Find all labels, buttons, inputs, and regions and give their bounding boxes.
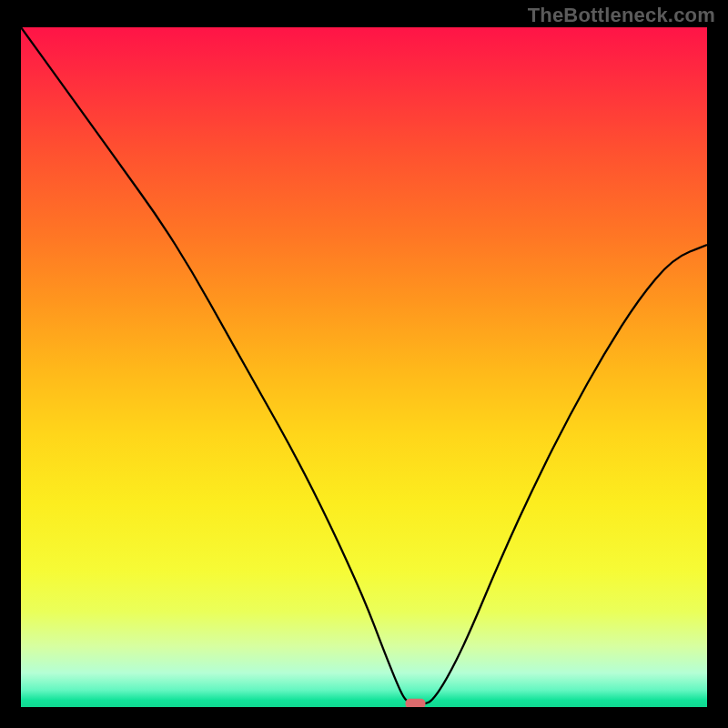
curve-overlay <box>21 27 707 707</box>
plot-area <box>21 27 707 707</box>
chart-frame: TheBottleneck.com <box>0 0 728 728</box>
bottleneck-curve <box>21 27 707 703</box>
optimal-marker <box>406 699 426 707</box>
watermark-text: TheBottleneck.com <box>528 4 715 27</box>
